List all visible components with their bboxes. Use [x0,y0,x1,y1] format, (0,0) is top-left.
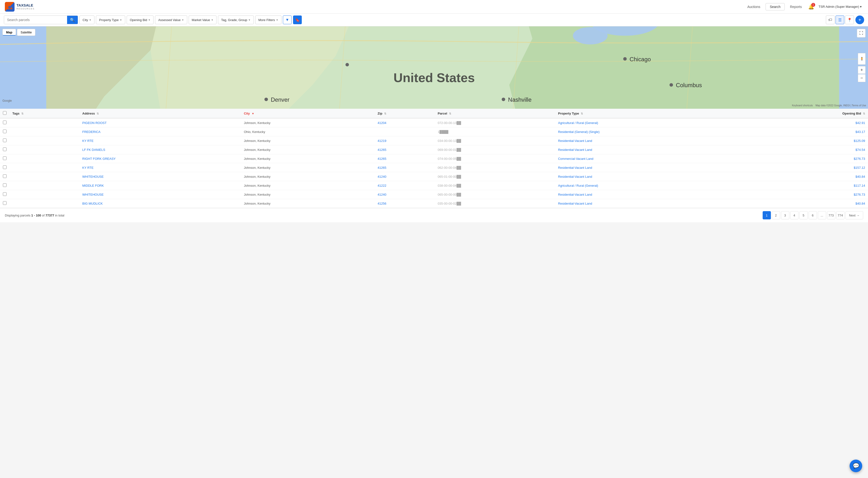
row-address[interactable]: FREDERICA [80,127,241,136]
zoom-out-button[interactable]: − [858,74,866,82]
map-tab-satellite[interactable]: Satellite [17,29,35,36]
row-property-type[interactable]: Agricultural / Rural (General) [555,181,750,190]
next-page-button[interactable]: Next → [845,211,863,219]
row-checkbox-cell[interactable] [0,127,9,136]
city-filter-button[interactable]: City ▼ [80,15,94,24]
assessed-value-filter-button[interactable]: Assessed Value ▼ [155,15,187,24]
pegman-button[interactable]: 🧍 [858,53,866,65]
row-zip[interactable] [375,127,435,136]
row-zip[interactable]: 41265 [375,145,435,154]
row-city: Johnson, Kentucky [241,163,375,172]
row-checkbox[interactable] [3,156,6,160]
row-address[interactable]: RIGHT FORK GREASY [80,154,241,163]
tag-view-button[interactable]: 🏷 [826,15,835,24]
market-value-filter-button[interactable]: Market Value ▼ [189,15,217,24]
row-address[interactable]: BIG MUDLICK [80,199,241,208]
nav-reports[interactable]: Reports [786,3,805,10]
col-opening-bid[interactable]: Opening Bid ⇅ [750,109,868,118]
row-checkbox[interactable] [3,165,6,169]
row-property-type[interactable]: Residential-Vacant Land [555,136,750,145]
row-property-type[interactable]: Residential-Vacant Land [555,190,750,199]
row-checkbox[interactable] [3,174,6,178]
row-checkbox-cell[interactable] [0,190,9,199]
row-zip[interactable]: 41222 [375,181,435,190]
row-property-type[interactable]: Residential-Vacant Land [555,172,750,181]
page-1-button[interactable]: 1 [763,211,771,219]
search-input[interactable] [4,16,67,24]
more-filters-caret: ▼ [276,19,278,21]
row-property-type[interactable]: Residential (General) (Single) [555,127,750,136]
row-checkbox[interactable] [3,121,6,124]
row-checkbox[interactable] [3,130,6,133]
row-address[interactable]: KY RTE [80,136,241,145]
row-property-type[interactable]: Residential-Vacant Land [555,163,750,172]
col-city[interactable]: City ▼ [241,109,375,118]
nav-search[interactable]: Search [766,3,784,10]
row-checkbox[interactable] [3,183,6,187]
row-address[interactable]: WHITEHOUSE [80,172,241,181]
more-filters-button[interactable]: More Filters ▼ [255,15,282,24]
row-checkbox-cell[interactable] [0,145,9,154]
select-all-checkbox[interactable] [3,111,6,115]
row-checkbox[interactable] [3,148,6,151]
row-checkbox-cell[interactable] [0,118,9,127]
row-checkbox-cell[interactable] [0,181,9,190]
col-zip[interactable]: Zip ⇅ [375,109,435,118]
row-zip[interactable]: 41240 [375,172,435,181]
user-menu-button[interactable]: TSR Admin (Super Manager) ▾ [817,3,863,10]
map-view-button[interactable]: 📍 [845,15,854,24]
header: TAXSALE RESOURCES Auctions Search Report… [0,0,868,13]
opening-bid-filter-button[interactable]: Opening Bid ▼ [127,15,154,24]
row-property-type[interactable]: Agricultural / Rural (General) [555,118,750,127]
bookmark-filter-button[interactable]: 🔖 [293,15,302,24]
row-address[interactable]: MIDDLE FORK [80,181,241,190]
add-button[interactable]: + [856,15,864,24]
row-opening-bid: $157.12 [750,163,868,172]
row-checkbox-cell[interactable] [0,136,9,145]
col-parcel[interactable]: Parcel ⇅ [435,109,555,118]
map-zoom-controls: 🧍 + − [858,53,866,82]
search-submit-button[interactable]: 🔍 [67,16,78,24]
select-all-header[interactable] [0,109,9,118]
page-6-button[interactable]: 6 [809,211,817,219]
row-opening-bid: $43.17 [750,127,868,136]
row-checkbox[interactable] [3,138,6,142]
page-774-button[interactable]: 774 [836,211,844,219]
zoom-in-button[interactable]: + [858,66,866,74]
row-checkbox-cell[interactable] [0,199,9,208]
tag-grade-group-filter-button[interactable]: Tag, Grade, Group ▼ [218,15,254,24]
page-5-button[interactable]: 5 [800,211,808,219]
row-zip[interactable]: 41265 [375,154,435,163]
row-property-type[interactable]: Commercial-Vacant Land [555,154,750,163]
page-2-button[interactable]: 2 [772,211,780,219]
row-property-type[interactable]: Residential-Vacant Land [555,145,750,154]
row-address[interactable]: KY RTE [80,163,241,172]
page-3-button[interactable]: 3 [781,211,789,219]
row-address[interactable]: LF FK DANIELS [80,145,241,154]
page-4-button[interactable]: 4 [790,211,799,219]
col-property-type[interactable]: Property Type ⇅ [555,109,750,118]
col-address[interactable]: Address ⇅ [80,109,241,118]
property-type-filter-button[interactable]: Property Type ▼ [96,15,125,24]
map-tab-map[interactable]: Map [2,29,16,36]
fullscreen-button[interactable]: ⛶ [857,29,866,37]
row-property-type[interactable]: Residential-Vacant Land [555,199,750,208]
row-zip[interactable]: 41265 [375,163,435,172]
row-zip[interactable]: 41219 [375,136,435,145]
row-checkbox[interactable] [3,201,6,205]
row-checkbox-cell[interactable] [0,172,9,181]
row-address[interactable]: PIGEON ROOST [80,118,241,127]
row-checkbox[interactable] [3,192,6,196]
filter-active-icon[interactable]: ▼ [283,15,291,24]
list-view-button[interactable]: ☰ [836,15,844,24]
row-zip[interactable]: 41204 [375,118,435,127]
row-checkbox-cell[interactable] [0,154,9,163]
svg-point-8 [670,83,673,87]
page-773-button[interactable]: 773 [827,211,835,219]
row-address[interactable]: WHITEHOUSE [80,190,241,199]
row-checkbox-cell[interactable] [0,163,9,172]
row-zip[interactable]: 41256 [375,199,435,208]
row-zip[interactable]: 41240 [375,190,435,199]
nav-auctions[interactable]: Auctions [744,3,764,10]
notification-bell[interactable]: 🔔 1 [807,3,815,11]
